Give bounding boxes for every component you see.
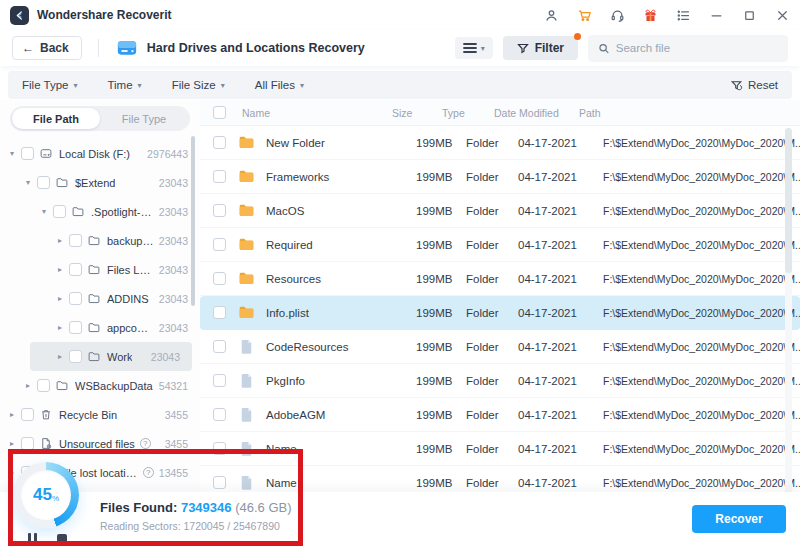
checkbox[interactable] — [21, 408, 34, 421]
file-table: Name Size Type Date Modified Path New Fo… — [200, 100, 800, 550]
chevron-right-icon[interactable]: ▸ — [56, 352, 64, 361]
filter-bar: File Type▾ Time▾ File Size▾ All Files▾ R… — [8, 71, 792, 99]
checkbox[interactable] — [21, 147, 34, 160]
maximize-icon[interactable] — [741, 7, 757, 23]
chevron-down-icon[interactable]: ▾ — [8, 149, 16, 158]
help-icon[interactable]: ? — [140, 438, 151, 449]
gift-icon[interactable] — [642, 7, 658, 23]
chevron-right-icon[interactable]: ▸ — [24, 381, 32, 390]
chevron-right-icon[interactable]: ▸ — [56, 265, 64, 274]
filter-button[interactable]: Filter — [503, 36, 578, 60]
chevron-right-icon[interactable]: ▸ — [56, 236, 64, 245]
table-row-pkginfo[interactable]: PkgInfo199MBFolder04-17-2021F:\$Extend\M… — [200, 364, 800, 398]
support-headset-icon[interactable] — [609, 7, 625, 23]
checkbox[interactable] — [213, 272, 226, 285]
cell-path: F:\$Extend\MyDoc_2020\MyDoc_2020\M... — [603, 443, 800, 455]
column-name[interactable]: Name — [242, 107, 392, 119]
checkbox[interactable] — [213, 442, 226, 455]
checkbox[interactable] — [69, 350, 82, 363]
folder-icon — [87, 321, 102, 335]
tree-item-wsbackupdata[interactable]: ▸WSBackupData54321 — [0, 371, 200, 400]
checkbox[interactable] — [37, 176, 50, 189]
tab-file-type[interactable]: File Type — [100, 108, 188, 129]
chevron-right-icon[interactable]: ▸ — [8, 410, 16, 419]
checkbox[interactable] — [69, 263, 82, 276]
chevron-right-icon[interactable]: ▸ — [8, 468, 16, 477]
table-row-new-folder[interactable]: New Folder199MBFolder04-17-2021F:\$Exten… — [200, 126, 800, 160]
table-row-resources[interactable]: Resources199MBFolder04-17-2021F:\$Extend… — [200, 262, 800, 296]
chevron-right-icon[interactable]: ▸ — [56, 323, 64, 332]
tree-item-work[interactable]: ▸Work23043 — [30, 342, 192, 371]
back-button[interactable]: ←Back — [12, 36, 82, 60]
table-row-coderesources[interactable]: CodeResources199MBFolder04-17-2021F:\$Ex… — [200, 330, 800, 364]
help-icon[interactable]: ? — [143, 467, 154, 478]
checkbox[interactable] — [213, 170, 226, 183]
view-mode-button[interactable]: ▾ — [455, 37, 493, 59]
checkbox[interactable] — [69, 234, 82, 247]
column-type[interactable]: Type — [442, 107, 494, 119]
filter-dropdown-file-size[interactable]: File Size▾ — [172, 79, 225, 91]
table-row-required[interactable]: Required199MBFolder04-17-2021F:\$Extend\… — [200, 228, 800, 262]
checkbox[interactable] — [213, 340, 226, 353]
tree-item-appcompat[interactable]: ▸appcompat23043 — [0, 313, 200, 342]
folder-icon — [87, 234, 102, 248]
checkbox[interactable] — [37, 379, 50, 392]
chevron-right-icon[interactable]: ▸ — [56, 294, 64, 303]
cart-icon[interactable] — [576, 7, 592, 23]
app-window: Wondershare Recoverit ←Back Hard Drives … — [0, 0, 800, 550]
table-row-info-plist[interactable]: Info.plist199MBFolder04-17-2021F:\$Exten… — [200, 296, 800, 330]
recover-button[interactable]: Recover — [692, 505, 786, 533]
table-row-adobeagm[interactable]: AdobeAGM199MBFolder04-17-2021F:\$Extend\… — [200, 398, 800, 432]
checkbox[interactable] — [213, 374, 226, 387]
chevron-right-icon[interactable]: ▸ — [8, 439, 16, 448]
checkbox[interactable] — [21, 437, 34, 450]
user-icon[interactable] — [543, 7, 559, 23]
tree-item-files-lost-origri[interactable]: ▸Files Lost Origri...23043 — [0, 255, 200, 284]
column-path[interactable]: Path — [579, 107, 800, 119]
checkbox[interactable] — [213, 476, 226, 489]
filter-dropdown-all-files[interactable]: All Files▾ — [255, 79, 304, 91]
checkbox[interactable] — [69, 292, 82, 305]
checkbox[interactable] — [213, 238, 226, 251]
minimize-icon[interactable] — [708, 7, 724, 23]
table-row-macos[interactable]: MacOS199MBFolder04-17-2021F:\$Extend\MyD… — [200, 194, 800, 228]
filter-dropdown-time[interactable]: Time▾ — [107, 79, 141, 91]
tree-item-backupdata[interactable]: ▸backupdata23043 — [0, 226, 200, 255]
checkbox[interactable] — [213, 204, 226, 217]
pause-icon[interactable] — [28, 533, 37, 544]
chevron-down-icon[interactable]: ▾ — [24, 178, 32, 187]
chevron-down-icon[interactable]: ▾ — [40, 207, 48, 216]
cell-name: Info.plist — [266, 307, 416, 319]
tab-file-path[interactable]: File Path — [12, 108, 100, 129]
tree-item-recycle-bin[interactable]: ▸Recycle Bin3455 — [0, 400, 200, 429]
checkbox[interactable] — [213, 136, 226, 149]
table-header: Name Size Type Date Modified Path — [200, 100, 800, 126]
table-row-frameworks[interactable]: Frameworks199MBFolder04-17-2021F:\$Exten… — [200, 160, 800, 194]
stop-icon[interactable] — [57, 534, 67, 544]
checkbox[interactable] — [53, 205, 66, 218]
checkbox[interactable] — [69, 321, 82, 334]
reset-filter-button[interactable]: Reset — [730, 79, 778, 92]
search-box[interactable] — [588, 35, 788, 62]
select-all-checkbox[interactable] — [213, 106, 226, 119]
close-icon[interactable] — [774, 7, 790, 23]
search-input[interactable] — [616, 42, 778, 54]
column-size[interactable]: Size — [392, 107, 442, 119]
menu-icon[interactable] — [675, 7, 691, 23]
checkbox[interactable] — [213, 306, 226, 319]
checkbox[interactable] — [213, 408, 226, 421]
table-scrollbar[interactable] — [785, 128, 792, 273]
file-icon — [238, 373, 266, 388]
cell-type: Folder — [466, 443, 518, 455]
tree-item-spotlight-v10000[interactable]: ▾.Spotlight-V10000...23043 — [0, 197, 200, 226]
tree-item-addins[interactable]: ▸ADDINS23043 — [0, 284, 200, 313]
cell-date: 04-17-2021 — [518, 375, 603, 387]
tree-item-local-disk-f[interactable]: ▾Local Disk (F:)2976443 — [0, 139, 200, 168]
column-date-modified[interactable]: Date Modified — [494, 107, 579, 119]
tree-item-extend[interactable]: ▾$Extend23043 — [0, 168, 200, 197]
filter-dropdown-file-type[interactable]: File Type▾ — [22, 79, 77, 91]
table-row-name[interactable]: Name199MBFolder04-17-2021F:\$Extend\MyDo… — [200, 432, 800, 466]
tree-item-unsourced-files[interactable]: ▸Unsourced files?3455 — [0, 429, 200, 458]
cell-type: Folder — [466, 409, 518, 421]
sidebar-scrollbar[interactable] — [191, 136, 195, 306]
